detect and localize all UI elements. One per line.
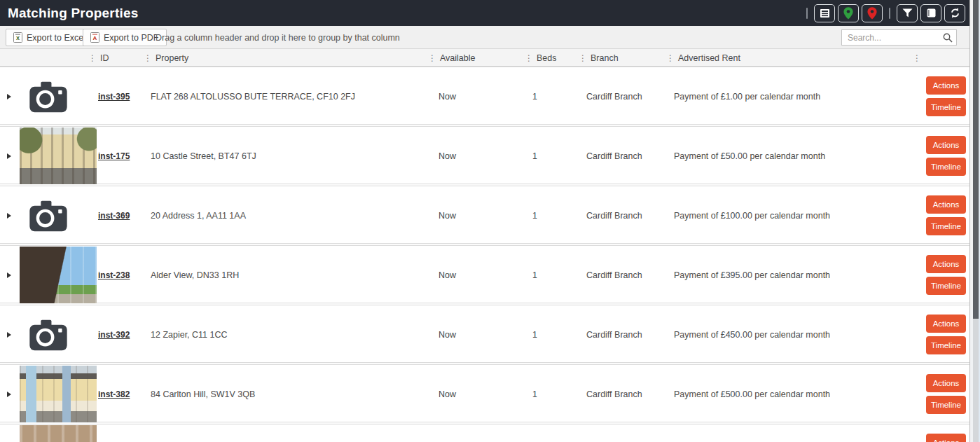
advertised-rent-value: Payment of £395.00 per calendar month	[674, 246, 830, 304]
beds-value: 1	[532, 365, 537, 423]
column-header-advertised-rent[interactable]: ⋮Advertised Rent	[666, 49, 740, 67]
beds-value: 1	[532, 67, 537, 125]
map-pin-red-icon	[867, 7, 877, 20]
column-menu-icon[interactable]: ⋮	[525, 54, 533, 62]
expand-row-arrow-icon[interactable]	[7, 94, 11, 99]
expand-row-arrow-icon[interactable]	[7, 153, 11, 159]
expand-row-arrow-icon[interactable]	[7, 272, 11, 278]
table-row: inst-175 10 Castle Street, BT47 6TJ Now …	[0, 126, 969, 184]
branch-value: Cardiff Branch	[586, 127, 642, 185]
camera-placeholder-icon	[27, 318, 70, 352]
timeline-button[interactable]: Timeline	[926, 217, 966, 235]
property-photo[interactable]	[20, 247, 97, 303]
timeline-button[interactable]: Timeline	[926, 158, 966, 176]
column-header-label: Property	[156, 53, 188, 63]
column-menu-icon[interactable]: ⋮	[144, 54, 152, 62]
property-id-link[interactable]: inst-392	[98, 305, 130, 364]
available-value: Now	[439, 305, 456, 364]
grid-view-button[interactable]	[814, 4, 835, 22]
column-header-available[interactable]: ⋮Available	[428, 49, 476, 67]
actions-button[interactable]: Actions	[926, 136, 966, 154]
column-header-property[interactable]: ⋮Property	[144, 49, 188, 67]
camera-placeholder-icon	[27, 80, 70, 113]
table-row: inst-238 Alder View, DN33 1RH Now 1 Card…	[0, 245, 969, 303]
property-id-link[interactable]: inst-238	[98, 246, 130, 304]
search-input[interactable]	[842, 30, 956, 45]
property-id-link[interactable]: inst-175	[98, 127, 130, 185]
column-menu-icon[interactable]: ⋮	[88, 54, 97, 62]
available-value: Now	[439, 246, 456, 304]
timeline-button[interactable]: Timeline	[926, 396, 966, 414]
expand-row-arrow-icon[interactable]	[7, 332, 11, 338]
property-address: FLAT 268 ALTOLUSSO BUTE TERRACE, CF10 2F…	[151, 67, 355, 125]
search-box	[841, 29, 957, 46]
property-photo[interactable]	[20, 425, 97, 442]
property-photo[interactable]	[20, 127, 97, 184]
scrollbar-thumb[interactable]	[973, 0, 979, 319]
property-address: 84 Carlton Hill, SW1V 3QB	[151, 365, 255, 423]
column-header-branch[interactable]: ⋮Branch	[579, 49, 619, 67]
property-address: 10 Castle Street, BT47 6TJ	[151, 127, 256, 185]
table-row: inst-392 12 Zapier, C11 1CC Now 1 Cardif…	[0, 305, 969, 363]
beds-value: 1	[532, 246, 537, 304]
table-row: inst-369 20 Address 1, AA11 1AA Now 1 Ca…	[0, 186, 969, 244]
timeline-button[interactable]: Timeline	[926, 336, 966, 354]
search-icon[interactable]	[941, 32, 954, 44]
property-id-link[interactable]: inst-382	[98, 365, 130, 423]
export-to-pdf-button[interactable]: A Export to PDF	[83, 29, 167, 46]
property-id-link[interactable]: inst-395	[98, 67, 130, 125]
expand-row-arrow-icon[interactable]	[7, 392, 11, 397]
pdf-file-icon: A	[90, 32, 99, 43]
available-value: Now	[439, 67, 456, 125]
property-id-link[interactable]: inst-369	[98, 186, 130, 244]
advertised-rent-value: Payment of £500.00 per calendar month	[674, 365, 830, 423]
table-body: inst-395 FLAT 268 ALTOLUSSO BUTE TERRACE…	[0, 67, 969, 442]
column-header-beds[interactable]: ⋮Beds	[525, 49, 557, 67]
group-by-drop-hint: Drag a column header and drop it here to…	[156, 26, 400, 49]
map-pin-red-button[interactable]	[862, 4, 883, 22]
actions-button[interactable]: Actions	[926, 434, 966, 442]
beds-value: 1	[532, 186, 537, 244]
actions-button[interactable]: Actions	[926, 255, 966, 273]
table-row: inst-395 FLAT 268 ALTOLUSSO BUTE TERRACE…	[0, 67, 969, 125]
actions-button[interactable]: Actions	[926, 315, 966, 333]
page-title: Matching Properties	[0, 6, 138, 21]
window-button[interactable]	[920, 4, 941, 22]
expand-row-arrow-icon[interactable]	[7, 213, 11, 219]
iconbar-divider	[889, 8, 890, 19]
advertised-rent-value: Payment of £100.00 per calendar month	[674, 186, 830, 244]
property-photo[interactable]	[20, 68, 97, 125]
column-header-actions-menu[interactable]: ⋮	[913, 49, 925, 67]
column-menu-icon[interactable]: ⋮	[913, 54, 921, 62]
timeline-button[interactable]: Timeline	[926, 277, 966, 295]
column-menu-icon[interactable]: ⋮	[579, 54, 587, 62]
matching-properties-panel: Matching Properties	[0, 0, 970, 442]
branch-value: Cardiff Branch	[586, 67, 642, 125]
export-to-pdf-label: Export to PDF	[104, 33, 159, 43]
map-pin-green-button[interactable]	[838, 4, 859, 22]
export-to-excel-label: Export to Excel	[27, 33, 85, 43]
filter-button[interactable]	[897, 4, 918, 22]
branch-value: Cardiff Branch	[586, 186, 642, 244]
property-photo[interactable]	[20, 187, 97, 244]
refresh-icon	[950, 8, 960, 18]
refresh-button[interactable]	[944, 4, 965, 22]
property-photo[interactable]	[20, 306, 97, 363]
column-header-id[interactable]: ⋮ID	[88, 49, 109, 67]
column-header-label: ID	[100, 53, 109, 63]
column-menu-icon[interactable]: ⋮	[666, 54, 675, 62]
available-value: Now	[439, 365, 456, 423]
property-photo[interactable]	[20, 366, 97, 422]
beds-value: 1	[532, 127, 537, 185]
column-header-label: Available	[440, 53, 476, 63]
actions-button[interactable]: Actions	[926, 374, 966, 392]
available-value: Now	[439, 127, 456, 185]
actions-button[interactable]: Actions	[926, 76, 966, 95]
column-header-label: Beds	[537, 53, 557, 63]
camera-placeholder-icon	[27, 199, 70, 233]
timeline-button[interactable]: Timeline	[926, 98, 966, 116]
column-menu-icon[interactable]: ⋮	[428, 54, 436, 62]
branch-value: Cardiff Branch	[586, 305, 642, 364]
export-to-excel-button[interactable]: x Export to Excel	[6, 29, 93, 46]
actions-button[interactable]: Actions	[926, 195, 966, 214]
